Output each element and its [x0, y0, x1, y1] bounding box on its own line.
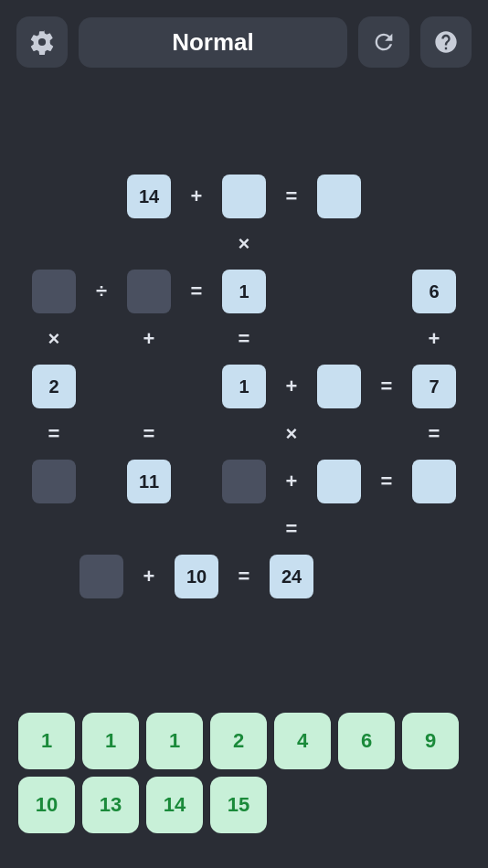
header: Normal: [0, 0, 488, 77]
grid-cell-7-6: [317, 507, 361, 551]
grid-cell-0-8: [412, 175, 456, 218]
grid-cell-5-3: [175, 412, 218, 456]
grid-cell-5-2: =: [127, 412, 171, 456]
grid-cell-3-7: [365, 317, 408, 361]
grid-cell-6-4: [222, 460, 266, 503]
grid-cell-5-4: [222, 412, 266, 456]
grid-cell-1-5: [270, 222, 313, 266]
grid-cell-2-1: ÷: [80, 270, 123, 313]
tiles-row-1: 1112469: [18, 713, 470, 769]
grid-cell-7-7: [365, 507, 408, 551]
grid-cell-2-5: [270, 270, 313, 313]
grid-cell-6-7: =: [365, 460, 408, 503]
grid-cell-4-7: =: [365, 365, 408, 408]
grid-cell-7-4: [222, 507, 266, 551]
grid-cell-8-5: 24: [270, 555, 313, 598]
grid-cell-8-7: [365, 555, 408, 598]
grid-cell-2-2: [127, 270, 171, 313]
grid-cell-1-7: [365, 222, 408, 266]
grid-cell-2-7: [365, 270, 408, 313]
grid-cell-6-8[interactable]: [412, 460, 456, 503]
grid-cell-6-6[interactable]: [317, 460, 361, 503]
tile[interactable]: 4: [274, 713, 331, 769]
tile[interactable]: 13: [82, 777, 139, 833]
grid-cell-0-1: [80, 175, 123, 218]
grid-cell-8-4: =: [222, 555, 266, 598]
grid-cell-4-3: [175, 365, 218, 408]
grid-cell-0-3: +: [175, 175, 218, 218]
grid-cell-6-2: 11: [127, 460, 171, 503]
tile[interactable]: 9: [402, 713, 459, 769]
grid-cell-1-1: [80, 222, 123, 266]
tile[interactable]: 10: [18, 777, 75, 833]
puzzle-area: 14+=×÷=16×+=+21+=7==×=11+==+10=24: [0, 77, 488, 696]
tile[interactable]: 14: [146, 777, 203, 833]
grid-cell-5-8: =: [412, 412, 456, 456]
grid-cell-3-6: [317, 317, 361, 361]
grid-cell-4-6[interactable]: [317, 365, 361, 408]
grid-cell-6-1: [80, 460, 123, 503]
grid-cell-3-2: +: [127, 317, 171, 361]
grid-cell-7-2: [127, 507, 171, 551]
grid-cell-7-3: [175, 507, 218, 551]
grid-cell-7-8: [412, 507, 456, 551]
grid-cell-0-5: =: [270, 175, 313, 218]
grid-cell-5-7: [365, 412, 408, 456]
mode-title-box: Normal: [79, 17, 347, 68]
tile[interactable]: 1: [146, 713, 203, 769]
grid-cell-7-0: [32, 507, 76, 551]
grid-cell-4-2: [127, 365, 171, 408]
tile[interactable]: 6: [338, 713, 395, 769]
grid-cell-0-0: [32, 175, 76, 218]
refresh-icon: [371, 29, 397, 55]
tiles-row-2: 10131415: [18, 777, 470, 833]
grid-cell-0-4[interactable]: [222, 175, 266, 218]
grid-cell-5-0: =: [32, 412, 76, 456]
grid-cell-4-5: +: [270, 365, 313, 408]
tile[interactable]: 1: [82, 713, 139, 769]
grid-cell-0-7: [365, 175, 408, 218]
grid-cell-3-3: [175, 317, 218, 361]
grid-cell-1-0: [32, 222, 76, 266]
hint-button[interactable]: [420, 16, 472, 68]
grid-cell-3-4: =: [222, 317, 266, 361]
grid-cell-4-0: 2: [32, 365, 76, 408]
grid-cell-2-6: [317, 270, 361, 313]
grid-cell-5-6: [317, 412, 361, 456]
grid-cell-5-5: ×: [270, 412, 313, 456]
grid-cell-2-0: [32, 270, 76, 313]
grid-cell-1-3: [175, 222, 218, 266]
grid-cell-1-4: ×: [222, 222, 266, 266]
grid-cell-4-4: 1: [222, 365, 266, 408]
tile[interactable]: 2: [210, 713, 267, 769]
grid-cell-6-5: +: [270, 460, 313, 503]
puzzle-grid: 14+=×÷=16×+=+21+=7==×=11+==+10=24: [32, 175, 456, 598]
grid-cell-5-1: [80, 412, 123, 456]
grid-cell-2-3: =: [175, 270, 218, 313]
mode-title: Normal: [172, 28, 254, 56]
tile[interactable]: 15: [210, 777, 267, 833]
grid-cell-8-8: [412, 555, 456, 598]
hint-icon: [433, 29, 459, 55]
grid-cell-3-5: [270, 317, 313, 361]
grid-cell-1-2: [127, 222, 171, 266]
gear-icon: [29, 29, 55, 55]
grid-cell-4-1: [80, 365, 123, 408]
grid-cell-8-0: [32, 555, 76, 598]
tile[interactable]: 1: [18, 713, 75, 769]
grid-cell-7-1: [80, 507, 123, 551]
grid-cell-8-3: 10: [175, 555, 218, 598]
grid-cell-3-1: [80, 317, 123, 361]
grid-cell-0-6[interactable]: [317, 175, 361, 218]
refresh-button[interactable]: [358, 16, 409, 68]
grid-cell-7-5: =: [270, 507, 313, 551]
settings-button[interactable]: [16, 16, 68, 68]
grid-cell-4-8: 7: [412, 365, 456, 408]
grid-cell-1-8: [412, 222, 456, 266]
grid-cell-6-3: [175, 460, 218, 503]
grid-cell-3-8: +: [412, 317, 456, 361]
grid-cell-2-4: 1: [222, 270, 266, 313]
grid-cell-1-6: [317, 222, 361, 266]
grid-cell-8-1: [80, 555, 123, 598]
grid-cell-6-0: [32, 460, 76, 503]
